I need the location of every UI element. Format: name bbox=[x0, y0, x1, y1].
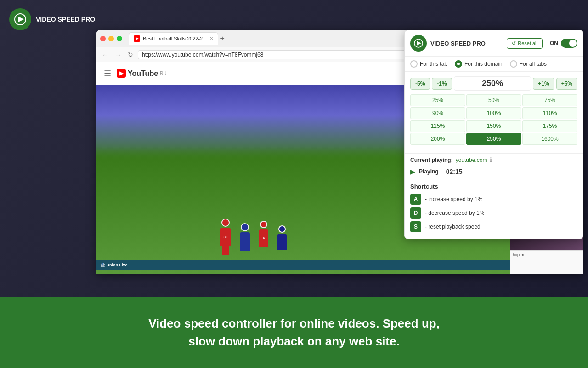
radio-circle-this-tab bbox=[410, 60, 418, 68]
speed-plus1-button[interactable]: +1% bbox=[533, 78, 554, 90]
preset-25[interactable]: 25% bbox=[410, 94, 465, 106]
shortcuts-title: Shortcuts bbox=[410, 183, 577, 190]
info-icon[interactable]: ℹ bbox=[490, 156, 492, 163]
radio-label-this-tab: For this tab bbox=[420, 61, 447, 67]
svg-marker-5 bbox=[417, 41, 421, 46]
preset-125[interactable]: 125% bbox=[410, 120, 465, 132]
reload-button[interactable]: ↻ bbox=[126, 50, 135, 59]
app-logo-text: VIDEO SPEED PRO bbox=[36, 15, 95, 23]
popup-header: VIDEO SPEED PRO ↺ Reset all ON bbox=[405, 30, 583, 57]
youtube-logo-icon: ▶ bbox=[117, 69, 126, 78]
radio-this-tab[interactable]: For this tab bbox=[410, 60, 447, 68]
youtube-logo-text: YouTube bbox=[128, 69, 158, 78]
banner-line1: Video speed controller for online videos… bbox=[148, 316, 440, 330]
preset-150[interactable]: 150% bbox=[466, 120, 521, 132]
browser-min-btn[interactable] bbox=[108, 36, 114, 41]
speed-minus5-button[interactable]: -5% bbox=[410, 78, 430, 90]
current-playing-section: Current playing: youtube.com ℹ bbox=[405, 153, 583, 166]
hamburger-icon[interactable]: ☰ bbox=[104, 69, 111, 79]
preset-250[interactable]: 250% bbox=[466, 133, 521, 145]
speed-plus5-button[interactable]: +5% bbox=[556, 78, 577, 90]
reset-icon: ↺ bbox=[512, 40, 516, 46]
youtube-logo: ▶ YouTube RU bbox=[117, 69, 167, 78]
svg-marker-1 bbox=[18, 17, 24, 22]
radio-label-all-tabs: For all tabs bbox=[520, 61, 547, 67]
playing-status-label: Playing bbox=[419, 168, 439, 175]
radio-label-this-domain: For this domain bbox=[464, 61, 503, 67]
new-tab-button[interactable]: + bbox=[220, 34, 224, 43]
bottom-banner: Video speed controller for online videos… bbox=[0, 297, 588, 368]
radio-circle-this-domain bbox=[455, 60, 462, 68]
preset-100[interactable]: 100% bbox=[466, 107, 521, 119]
app-logo-icon bbox=[9, 8, 31, 30]
extension-popup: VIDEO SPEED PRO ↺ Reset all ON For this … bbox=[404, 30, 583, 239]
radio-circle-all-tabs bbox=[510, 60, 517, 68]
radio-this-domain[interactable]: For this domain bbox=[455, 60, 503, 68]
speed-row: -5% -1% 250% +1% +5% bbox=[410, 76, 577, 91]
popup-tabs: For this tab For this domain For all tab… bbox=[405, 57, 583, 72]
toggle-knob bbox=[569, 40, 577, 47]
current-domain-value: youtube.com bbox=[456, 157, 487, 163]
play-icon: ▶ bbox=[410, 168, 415, 175]
preset-75[interactable]: 75% bbox=[522, 94, 577, 106]
tab-area: Best Football Skills 2022-2... ✕ + bbox=[129, 32, 225, 45]
preset-175[interactable]: 175% bbox=[522, 120, 577, 132]
shortcut-row-a: A - increase speed by 1% bbox=[410, 194, 577, 205]
preset-200[interactable]: 200% bbox=[410, 133, 465, 145]
shortcuts-section: Shortcuts A - increase speed by 1% D - d… bbox=[405, 179, 583, 239]
preset-1600[interactable]: 1600% bbox=[522, 133, 577, 145]
banner-line2: slow down playback on any web site. bbox=[188, 334, 399, 348]
browser-close-btn[interactable] bbox=[100, 36, 106, 41]
back-button[interactable]: ← bbox=[100, 50, 110, 59]
preset-110[interactable]: 110% bbox=[522, 107, 577, 119]
shortcut-key-d: D bbox=[410, 207, 421, 218]
browser-max-btn[interactable] bbox=[117, 36, 122, 41]
tab-favicon bbox=[134, 35, 140, 42]
reset-all-button[interactable]: ↺ Reset all bbox=[507, 38, 543, 49]
app-logo-area: VIDEO SPEED PRO bbox=[9, 8, 95, 30]
popup-title-text: VIDEO SPEED PRO bbox=[430, 40, 503, 47]
playing-time-value: 02:15 bbox=[446, 168, 463, 175]
playing-status-row: ▶ Playing 02:15 bbox=[405, 166, 583, 179]
banner-text: Video speed controller for online videos… bbox=[148, 315, 440, 351]
forward-button[interactable]: → bbox=[113, 50, 123, 59]
speed-controls: -5% -1% 250% +1% +5% 25% 50% 75% 90% 100… bbox=[405, 72, 583, 153]
youtube-region-label: RU bbox=[160, 71, 166, 76]
shortcut-desc-s: - reset playback speed bbox=[425, 224, 481, 230]
tab-title: Best Football Skills 2022-2... bbox=[143, 36, 207, 41]
preset-50[interactable]: 50% bbox=[466, 94, 521, 106]
popup-logo bbox=[410, 35, 427, 52]
shortcut-key-a: A bbox=[410, 194, 421, 205]
tab-close-icon[interactable]: ✕ bbox=[209, 36, 213, 41]
toggle-label: ON bbox=[550, 40, 558, 46]
radio-all-tabs[interactable]: For all tabs bbox=[510, 60, 547, 68]
toggle-area: ON bbox=[550, 39, 577, 48]
shortcut-row-d: D - decrease speed by 1% bbox=[410, 207, 577, 218]
reset-label: Reset all bbox=[518, 40, 537, 46]
speed-display: 250% bbox=[454, 76, 531, 91]
preset-90[interactable]: 90% bbox=[410, 107, 465, 119]
shortcut-row-s: S - reset playback speed bbox=[410, 221, 577, 232]
shortcut-key-s: S bbox=[410, 221, 421, 232]
shortcut-desc-d: - decrease speed by 1% bbox=[425, 210, 484, 216]
browser-tab-active[interactable]: Best Football Skills 2022-2... ✕ bbox=[129, 32, 218, 45]
shortcut-desc-a: - increase speed by 1% bbox=[425, 196, 482, 202]
speed-presets-grid: 25% 50% 75% 90% 100% 110% 125% 150% 175%… bbox=[410, 94, 577, 145]
on-off-toggle[interactable] bbox=[561, 39, 577, 48]
sidebar-title-4: hop m... bbox=[510, 251, 583, 260]
current-playing-label: Current playing: bbox=[410, 157, 453, 163]
speed-minus1-button[interactable]: -1% bbox=[432, 78, 452, 90]
